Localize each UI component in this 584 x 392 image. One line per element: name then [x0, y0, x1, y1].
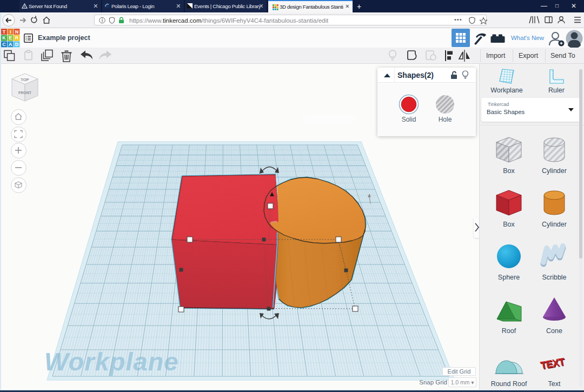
svg-text:C: C: [2, 42, 6, 47]
svg-text:E: E: [9, 35, 12, 41]
svg-text:TEXT: TEXT: [540, 356, 566, 371]
svg-text:T: T: [3, 29, 6, 35]
svg-text:R: R: [15, 35, 19, 41]
svg-text:Workplane: Workplane: [44, 347, 178, 376]
svg-text:D: D: [15, 42, 19, 47]
svg-text:TOP: TOP: [21, 77, 29, 82]
svg-text:FRONT: FRONT: [18, 91, 32, 95]
svg-text:I: I: [10, 29, 11, 35]
svg-text:N: N: [15, 29, 19, 35]
svg-text:A: A: [9, 42, 12, 47]
svg-text:K: K: [2, 35, 6, 41]
